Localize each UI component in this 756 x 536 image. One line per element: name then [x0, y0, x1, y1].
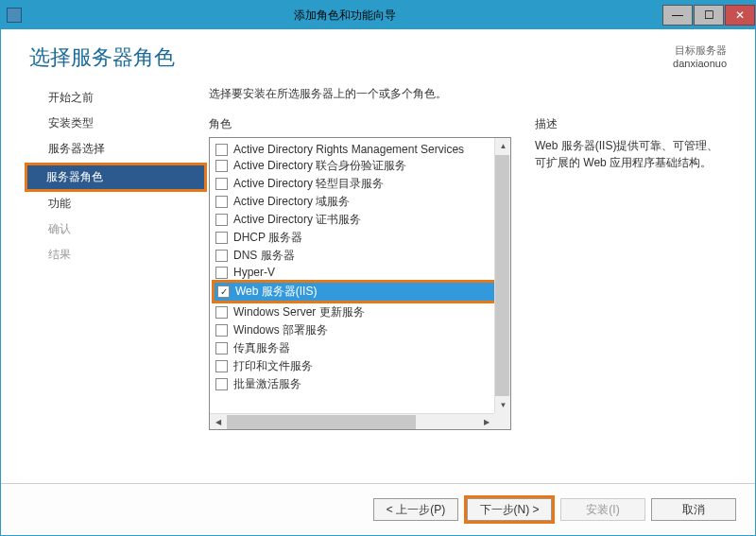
role-label: Active Directory 联合身份验证服务 — [233, 158, 406, 174]
role-item[interactable]: Windows 部署服务 — [210, 321, 510, 339]
role-checkbox[interactable] — [215, 306, 228, 319]
role-item[interactable]: Active Directory 证书服务 — [210, 211, 510, 229]
horizontal-scrollbar[interactable]: ◀ ▶ — [210, 413, 494, 429]
maximize-button[interactable]: ☐ — [694, 5, 724, 26]
role-item[interactable]: DNS 服务器 — [210, 247, 510, 265]
role-label: Active Directory 证书服务 — [233, 212, 361, 228]
role-item[interactable]: Web 服务器(IIS) — [215, 283, 506, 301]
app-icon — [7, 8, 22, 23]
role-checkbox[interactable] — [215, 267, 228, 279]
role-checkbox[interactable] — [215, 250, 228, 262]
highlight-nav-active: 服务器角色 — [25, 163, 207, 192]
scroll-up-icon[interactable]: ▲ — [495, 138, 511, 154]
horizontal-scroll-thumb[interactable] — [227, 415, 416, 429]
role-label: 传真服务器 — [233, 340, 290, 356]
titlebar: 添加角色和功能向导 — ☐ ✕ — [1, 1, 755, 29]
role-checkbox[interactable] — [215, 360, 228, 372]
role-label: Active Directory 轻型目录服务 — [233, 176, 384, 192]
role-label: Web 服务器(IIS) — [235, 284, 317, 300]
wizard-footer: < 上一步(P) 下一步(N) > 安装(I) 取消 — [1, 483, 755, 535]
nav-item-3[interactable]: 服务器角色 — [27, 165, 204, 189]
nav-item-0[interactable]: 开始之前 — [29, 86, 199, 110]
role-checkbox[interactable] — [215, 232, 228, 244]
roles-listbox[interactable]: Active Directory Rights Management Servi… — [209, 137, 511, 430]
page-title: 选择服务器角色 — [29, 39, 673, 72]
role-label: DNS 服务器 — [233, 248, 295, 264]
next-button[interactable]: 下一步(N) > — [467, 498, 552, 521]
nav-item-1[interactable]: 安装类型 — [29, 112, 199, 135]
role-label: Windows Server 更新服务 — [233, 304, 365, 320]
nav-item-6: 结果 — [29, 243, 199, 267]
role-item[interactable]: Active Directory 轻型目录服务 — [210, 175, 510, 193]
instruction-text: 选择要安装在所选服务器上的一个或多个角色。 — [209, 86, 727, 102]
role-item[interactable]: 传真服务器 — [210, 339, 510, 357]
nav-item-5: 确认 — [29, 217, 199, 241]
role-checkbox[interactable] — [215, 324, 228, 337]
role-item[interactable]: Active Directory 联合身份验证服务 — [210, 157, 510, 175]
role-checkbox[interactable] — [217, 285, 230, 298]
target-name: danxiaonuo — [673, 58, 727, 69]
role-item[interactable]: Hyper-V — [210, 265, 510, 280]
role-label: 批量激活服务 — [233, 376, 301, 392]
role-checkbox[interactable] — [215, 178, 228, 190]
role-item[interactable]: 打印和文件服务 — [210, 357, 510, 375]
role-item[interactable]: Windows Server 更新服务 — [210, 303, 510, 321]
description-text: Web 服务器(IIS)提供可靠、可管理、可扩展的 Web 应用程序基础结构。 — [535, 137, 727, 171]
previous-button[interactable]: < 上一步(P) — [373, 498, 458, 521]
nav-item-2[interactable]: 服务器选择 — [29, 137, 199, 161]
close-button[interactable]: ✕ — [725, 5, 755, 26]
vertical-scroll-thumb[interactable] — [495, 155, 509, 396]
role-item[interactable]: 批量激活服务 — [210, 375, 510, 393]
target-info: 目标服务器 danxiaonuo — [673, 39, 727, 69]
role-label: Active Directory 域服务 — [233, 194, 350, 210]
role-label: Windows 部署服务 — [233, 322, 328, 338]
install-button: 安装(I) — [560, 498, 645, 521]
scroll-down-icon[interactable]: ▼ — [495, 397, 511, 413]
role-checkbox[interactable] — [215, 160, 228, 172]
wizard-nav: 开始之前安装类型服务器选择服务器角色功能确认结果 — [29, 86, 199, 430]
cancel-button[interactable]: 取消 — [651, 498, 736, 521]
target-label: 目标服务器 — [673, 43, 727, 58]
nav-item-4[interactable]: 功能 — [29, 192, 199, 216]
role-label: Hyper-V — [233, 266, 275, 279]
wizard-window: 添加角色和功能向导 — ☐ ✕ 选择服务器角色 目标服务器 danxiaonuo… — [0, 0, 756, 536]
highlight-selected-role: Web 服务器(IIS) — [212, 280, 508, 303]
role-label: 打印和文件服务 — [233, 358, 313, 374]
window-title: 添加角色和功能向导 — [27, 8, 662, 24]
role-checkbox[interactable] — [215, 144, 228, 156]
vertical-scrollbar[interactable]: ▲ ▼ — [494, 138, 510, 413]
role-item[interactable]: Active Directory 域服务 — [210, 193, 510, 211]
role-item[interactable]: DHCP 服务器 — [210, 229, 510, 247]
scroll-corner — [494, 413, 510, 429]
minimize-button[interactable]: — — [662, 5, 693, 26]
role-label: DHCP 服务器 — [233, 230, 302, 246]
role-item[interactable]: Active Directory Rights Management Servi… — [210, 142, 510, 157]
role-checkbox[interactable] — [215, 378, 228, 390]
role-label: Active Directory Rights Management Servi… — [233, 143, 464, 156]
roles-label: 角色 — [209, 116, 511, 132]
role-checkbox[interactable] — [215, 342, 228, 354]
scroll-right-icon[interactable]: ▶ — [478, 414, 494, 430]
role-checkbox[interactable] — [215, 196, 228, 208]
scroll-left-icon[interactable]: ◀ — [210, 414, 226, 430]
highlight-next: 下一步(N) > — [464, 495, 555, 524]
role-checkbox[interactable] — [215, 214, 228, 226]
description-label: 描述 — [535, 116, 727, 132]
